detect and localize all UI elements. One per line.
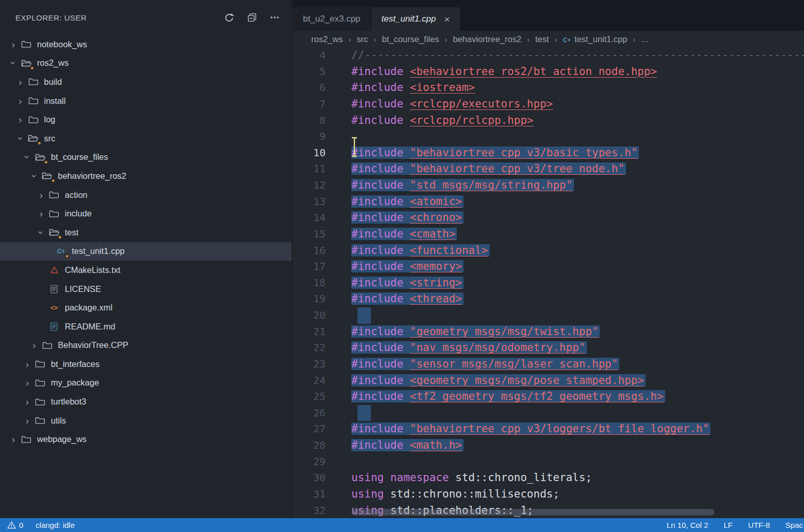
chevron-right-icon[interactable]: ›	[6, 434, 21, 444]
tab-label: bt_u2_ex3.cpp	[303, 14, 361, 24]
chevron-right-icon[interactable]: ›	[20, 359, 34, 369]
cursor-position[interactable]: Ln 10, Col 2	[667, 521, 708, 529]
code-line-7[interactable]: 7#include <rclcpp/executors.hpp>	[293, 96, 804, 113]
chevron-right-icon[interactable]: ›	[34, 190, 48, 200]
breadcrumb-item-bt_course_files[interactable]: bt_course_files	[382, 34, 439, 44]
tree-item-install[interactable]: ›install	[0, 91, 292, 111]
indent-indicator[interactable]: Spac	[785, 521, 803, 529]
more-actions-icon[interactable]	[270, 16, 279, 19]
code-line-30[interactable]: 30using namespace std::chrono_literals;	[293, 470, 804, 486]
code-line-8[interactable]: 8#include <rclcpp/rclcpp.hpp>	[293, 113, 804, 129]
line-content: #include <geometry_msgs/msg/pose_stamped…	[351, 373, 646, 389]
code-line-6[interactable]: 6#include <iostream>	[293, 80, 804, 96]
tree-item-BehaviorTree.CPP[interactable]: ›BehaviorTree.CPP	[0, 336, 292, 355]
code-line-28[interactable]: 28#include <math.h>	[293, 437, 804, 454]
language-server-status[interactable]: clangd: idle	[35, 521, 75, 529]
chevron-down-icon[interactable]: ›	[29, 169, 39, 183]
eol-indicator[interactable]: LF	[724, 521, 733, 529]
line-content	[351, 307, 371, 324]
tree-item-CMakeLists.txt[interactable]: CMakeLists.txt	[0, 261, 292, 280]
tree-item-package.xml[interactable]: <>package.xml	[0, 298, 292, 317]
chevron-right-icon[interactable]: ›	[27, 340, 42, 350]
code-line-12[interactable]: 12#include "std_msgs/msg/string.hpp"	[293, 177, 804, 194]
code-line-22[interactable]: 22#include "nav_msgs/msg/odometry.hpp"	[293, 340, 804, 356]
status-bar: 0 clangd: idle Ln 10, Col 2 LF UTF-8 Spa…	[0, 518, 804, 532]
line-number: 32	[293, 503, 326, 519]
chevron-right-icon[interactable]: ›	[20, 378, 34, 388]
breadcrumb-item-test_unit1.cpp[interactable]: C+test_unit1.cpp	[563, 34, 627, 44]
code-line-16[interactable]: 16#include <functional>	[293, 243, 804, 259]
tree-item-webpage_ws[interactable]: ›webpage_ws	[0, 430, 292, 449]
line-content: #include <string>	[351, 275, 463, 291]
code-line-14[interactable]: 14#include <chrono>	[293, 210, 804, 226]
line-content: #include "behaviortree_cpp_v3/basic_type…	[351, 145, 639, 161]
breadcrumb-item-src[interactable]: src	[356, 34, 368, 44]
code-line-27[interactable]: 27#include "behaviortree_cpp_v3/loggers/…	[293, 421, 804, 437]
tree-item-notebook_ws[interactable]: ›notebook_ws	[0, 35, 292, 54]
line-content: #include "behaviortree_cpp_v3/loggers/bt…	[351, 421, 710, 437]
tree-item-bt_course_files[interactable]: ›bt_course_files	[0, 148, 292, 167]
breadcrumb-separator: ›	[555, 35, 557, 44]
tree-item-log[interactable]: ›log	[0, 110, 292, 129]
tree-item-utils[interactable]: ›utils	[0, 411, 292, 430]
chevron-right-icon[interactable]: ›	[34, 209, 48, 218]
folder-icon	[48, 190, 60, 200]
code-editor[interactable]: 4//-------------------------------------…	[293, 47, 804, 518]
selection-highlight: #include "behaviortree_cpp_v3/tree_node.…	[351, 162, 626, 175]
chevron-right-icon[interactable]: ›	[20, 416, 34, 426]
chevron-down-icon[interactable]: ›	[9, 56, 19, 70]
code-line-31[interactable]: 31using std::chrono::milliseconds;	[293, 486, 804, 503]
code-line-24[interactable]: 24#include <geometry_msgs/msg/pose_stamp…	[293, 373, 804, 389]
tree-item-my_package[interactable]: ›my_package	[0, 374, 292, 393]
tree-item-test_unit1.cpp[interactable]: C+test_unit1.cpp	[0, 242, 292, 261]
tree-item-turtlebot3[interactable]: ›turtlebot3	[0, 392, 292, 411]
chevron-right-icon[interactable]: ›	[6, 40, 21, 49]
chevron-right-icon[interactable]: ›	[20, 397, 34, 407]
code-line-11[interactable]: 11#include "behaviortree_cpp_v3/tree_nod…	[293, 161, 804, 177]
code-line-4[interactable]: 4//-------------------------------------…	[293, 47, 804, 64]
tree-item-behaviortree_ros2[interactable]: ›behaviortree_ros2	[0, 167, 292, 186]
close-icon[interactable]: ×	[444, 14, 450, 24]
tree-item-bt_interfaces[interactable]: ›bt_interfaces	[0, 355, 292, 374]
chevron-right-icon[interactable]: ›	[13, 115, 28, 124]
code-line-20[interactable]: 20	[293, 307, 804, 324]
horizontal-scrollbar-thumb[interactable]	[351, 509, 714, 516]
code-line-29[interactable]: 29	[293, 454, 804, 470]
chevron-down-icon[interactable]: ›	[37, 225, 46, 240]
tree-item-include[interactable]: ›include	[0, 204, 292, 223]
tab-bt_u2_ex3-cpp[interactable]: bt_u2_ex3.cpp	[293, 7, 371, 31]
code-line-13[interactable]: 13#include <atomic>	[293, 194, 804, 210]
encoding-indicator[interactable]: UTF-8	[748, 521, 770, 529]
problems-indicator[interactable]: 0	[7, 521, 23, 529]
breadcrumb-item-ros2_ws[interactable]: ros2_ws	[311, 34, 343, 44]
chevron-down-icon[interactable]: ›	[23, 150, 32, 164]
code-line-18[interactable]: 18#include <string>	[293, 275, 804, 291]
tree-item-ros2_ws[interactable]: ›ros2_ws	[0, 54, 292, 73]
breadcrumb-item-behaviortree_ros2[interactable]: behaviortree_ros2	[453, 34, 521, 44]
tree-item-src[interactable]: ›src	[0, 129, 292, 148]
code-line-19[interactable]: 19#include <thread>	[293, 291, 804, 307]
code-line-26[interactable]: 26	[293, 405, 804, 421]
tree-item-README.md[interactable]: README.md	[0, 317, 292, 336]
code-line-17[interactable]: 17#include <memory>	[293, 259, 804, 275]
code-line-5[interactable]: 5#include <behaviortree_ros2/bt_action_n…	[293, 64, 804, 80]
line-number: 25	[293, 389, 326, 405]
code-line-21[interactable]: 21#include "geometry_msgs/msg/twist.hpp"	[293, 324, 804, 340]
collapse-folders-icon[interactable]	[247, 13, 257, 22]
code-line-15[interactable]: 15#include <cmath>	[293, 226, 804, 243]
breadcrumb-item-test[interactable]: test	[535, 34, 549, 44]
tab-test_unit1-cpp[interactable]: test_unit1.cpp ×	[371, 7, 461, 31]
tree-item-LICENSE[interactable]: LICENSE	[0, 280, 292, 299]
code-line-9[interactable]: 9	[293, 129, 804, 145]
chevron-right-icon[interactable]: ›	[13, 96, 28, 106]
refresh-icon[interactable]	[224, 13, 234, 23]
code-line-25[interactable]: 25#include <tf2_geometry_msgs/tf2_geomet…	[293, 389, 804, 405]
chevron-right-icon[interactable]: ›	[13, 77, 28, 87]
tree-item-action[interactable]: ›action	[0, 186, 292, 205]
code-line-10[interactable]: 10#include "behaviortree_cpp_v3/basic_ty…	[293, 145, 804, 161]
tree-item-test[interactable]: ›test	[0, 223, 292, 242]
chevron-down-icon[interactable]: ›	[15, 131, 25, 145]
code-line-23[interactable]: 23#include "sensor_msgs/msg/laser_scan.h…	[293, 356, 804, 373]
tree-item-build[interactable]: ›build	[0, 72, 292, 91]
breadcrumb-item-...[interactable]: ...	[641, 34, 648, 44]
